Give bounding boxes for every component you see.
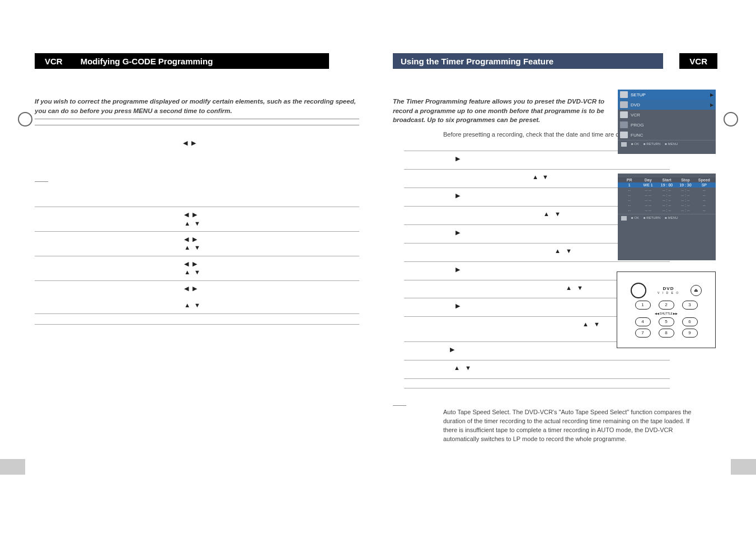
osd-foot-return: RETURN: [646, 216, 660, 219]
func-icon: [620, 132, 628, 138]
th-pr: PR: [620, 178, 638, 182]
disc-icon: [620, 101, 628, 108]
left-step-1: [35, 135, 359, 151]
gear-icon: [620, 91, 628, 98]
manual-spread: VCR Modifying G-CODE Programming If you …: [0, 0, 756, 534]
ud-arrow-icon: [583, 320, 600, 329]
small-rule-2: [393, 405, 406, 406]
tape-icon: [620, 111, 628, 118]
osd-label: FUNC: [631, 133, 643, 138]
osd-table-row: ---- ---- : ---- : ----: [618, 208, 716, 213]
left-step-3: [35, 231, 359, 256]
left-header-bar: VCR Modifying G-CODE Programming: [35, 53, 311, 69]
remote-key-7: 7: [635, 329, 651, 338]
right-arrow-icon: [456, 191, 460, 200]
nav-icon: [621, 142, 627, 147]
right-header-title: Using the Timer Programming Feature: [393, 53, 663, 69]
remote-diagram: DVD V I D E O ⏏ 1 2 3 ◀◀ SHUTTLE ▶▶ 4 5 …: [617, 271, 716, 348]
osd-row-setup: SETUP: [618, 90, 716, 100]
remote-key-1: 1: [635, 301, 651, 310]
right-arrow-icon: [450, 345, 454, 354]
ud-arrow-icon: [454, 364, 471, 373]
left-page: VCR Modifying G-CODE Programming If you …: [35, 53, 359, 325]
osd-footer: ■ OK ■ RETURN ■ MENU: [618, 140, 716, 148]
osd-foot-ok: OK: [634, 142, 639, 146]
left-step-5: [35, 280, 359, 313]
th-stop: Stop: [676, 178, 694, 182]
osd-table: PR Day Start Stop Speed 1 WE 1 19 : 00 1…: [618, 176, 716, 214]
osd-table-row: ---- ---- : ---- : ----: [618, 193, 716, 198]
remote-key-4: 4: [635, 317, 651, 326]
right-arrow-icon: [456, 265, 460, 274]
auto-speed-note: Auto Tape Speed Select. The DVD-VCR's "A…: [443, 408, 701, 444]
ud-arrow-icon: [555, 247, 572, 256]
osd-foot-menu: MENU: [668, 216, 678, 219]
right-arrow-icon: [456, 228, 460, 237]
right-arrow-icon: [456, 302, 460, 311]
ud-arrow-icon: [532, 173, 550, 182]
remote-key-6: 6: [682, 317, 698, 326]
osd-table-row-1: 1 WE 1 19 : 00 19 : 30 SP: [618, 182, 716, 188]
osd-foot-menu: MENU: [668, 142, 678, 146]
left-step-2: [35, 207, 359, 231]
osd-row-vcr: VCR: [618, 110, 716, 120]
lr-ud-arrows-icon: [184, 260, 201, 277]
remote-key-9: 9: [682, 329, 698, 338]
left-step-end: [35, 313, 359, 325]
nav-icon: [621, 216, 627, 221]
osd-label: DVD: [631, 102, 640, 107]
shuttle-label: ◀◀ SHUTTLE ▶▶: [655, 312, 678, 315]
right-intro: The Timer Programming feature allows you…: [393, 97, 605, 125]
remote-key-3: 3: [682, 301, 698, 310]
osd-label: PROG: [631, 123, 644, 128]
left-header-vcr: VCR: [35, 53, 73, 69]
chevron-right-icon: [710, 92, 713, 97]
intro-separator: [35, 125, 359, 125]
dvd-logo: DVD: [658, 286, 679, 291]
eject-icon: ⏏: [691, 285, 702, 296]
left-steps: [35, 135, 359, 324]
osd-table-row: ---- ---- : ---- : ----: [618, 203, 716, 208]
lr-ud-arrows-icon: [184, 235, 201, 252]
lr-ud-arrows-icon: [184, 210, 201, 228]
osd-table-row: ---- ---- : ---- : ----: [618, 188, 716, 193]
th-speed: Speed: [695, 178, 713, 182]
lr-ud-arrows-icon: [184, 284, 201, 310]
chevron-right-icon: [710, 102, 713, 107]
osd-table-row: ---- ---- : ---- : ----: [618, 198, 716, 203]
left-header-title: Modifying G-CODE Programming: [73, 53, 329, 69]
left-thumb-index: [0, 459, 25, 475]
osd-menu-screenshot: SETUP DVD VCR PROG FUNC ■ OK ■ RETURN ■ …: [618, 90, 716, 154]
joystick-icon: [631, 283, 646, 298]
osd-table-header: PR Day Start Stop Speed: [618, 177, 716, 182]
osd-label: SETUP: [631, 92, 646, 97]
clock-icon: [620, 121, 628, 128]
th-start: Start: [658, 178, 676, 182]
right-header-bar: Using the Timer Programming Feature VCR: [393, 53, 717, 69]
osd-foot-ok: OK: [634, 216, 639, 219]
ud-arrow-icon: [543, 210, 561, 219]
lr-arrows-icon: [183, 139, 197, 148]
osd-timer-table-screenshot: PR Day Start Stop Speed 1 WE 1 19 : 00 1…: [618, 174, 716, 260]
left-intro: If you wish to correct the programme dis…: [35, 97, 359, 119]
left-margin-circle: [18, 112, 32, 127]
right-header-vcr: VCR: [679, 53, 717, 69]
osd-row-prog: PROG: [618, 120, 716, 130]
ud-arrow-icon: [566, 284, 583, 293]
r-step-13: [393, 380, 673, 383]
osd-label: VCR: [631, 113, 640, 118]
osd-footer: ■ OK ■ RETURN ■ MENU: [618, 214, 716, 222]
th-day: Day: [638, 178, 657, 182]
left-step-4: [35, 256, 359, 280]
osd-row-dvd: DVD: [618, 100, 716, 110]
small-rule-1: [35, 181, 48, 182]
osd-row-func: FUNC: [618, 130, 716, 140]
remote-key-5: 5: [659, 317, 674, 326]
osd-foot-return: RETURN: [646, 142, 660, 146]
right-arrow-icon: [456, 154, 460, 163]
remote-key-2: 2: [659, 301, 674, 310]
remote-key-8: 8: [659, 329, 674, 338]
r-step-12: [393, 362, 673, 374]
right-thumb-index: [731, 459, 756, 475]
r-step-1: [393, 152, 673, 165]
